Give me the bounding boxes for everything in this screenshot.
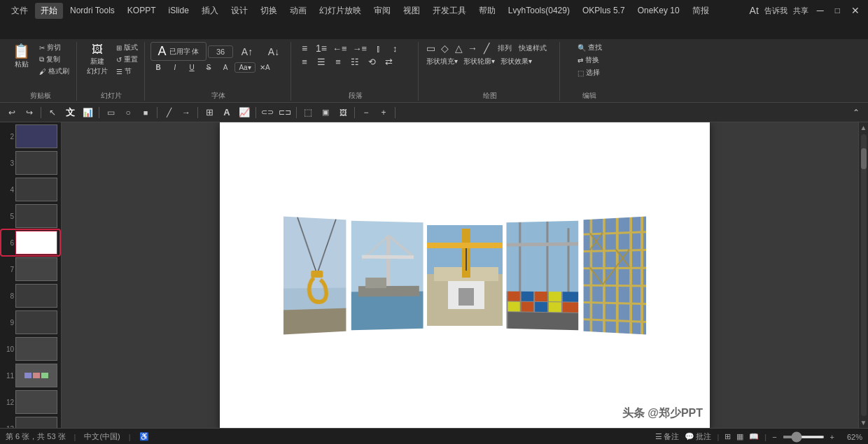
menu-insert[interactable]: 插入 bbox=[196, 3, 224, 19]
slide-item-8[interactable]: 8 bbox=[1, 283, 59, 308]
menu-file[interactable]: 文件 bbox=[6, 3, 34, 19]
used-font-button[interactable]: A 已用字 体 bbox=[150, 42, 206, 61]
view-slide-btn[interactable]: ▦ bbox=[736, 432, 743, 441]
font-size-dropdown[interactable]: Aa▾ bbox=[234, 62, 255, 73]
zoom-in-btn[interactable]: + bbox=[376, 105, 391, 120]
slide-panel[interactable]: 2 3 4 5 6 7 8 9 bbox=[0, 122, 62, 428]
slide-item-11[interactable]: 11 bbox=[1, 363, 59, 388]
menu-koppt[interactable]: KOPPT bbox=[122, 3, 162, 17]
arrow-tool[interactable]: → bbox=[178, 105, 194, 120]
font-size-box[interactable]: 36 bbox=[208, 45, 233, 58]
select-button[interactable]: ⬚ 选择 bbox=[575, 67, 603, 78]
menu-jianbao[interactable]: 简报 bbox=[687, 3, 715, 19]
notes-btn[interactable]: ☰ 备注 bbox=[655, 431, 679, 442]
format-painter-button[interactable]: 🖌格式刷 bbox=[36, 66, 72, 77]
text-tool[interactable]: 文 bbox=[62, 105, 78, 120]
reset-button[interactable]: ↺重置 bbox=[114, 54, 140, 65]
menu-lvyh[interactable]: LvyhTools(0429) bbox=[503, 3, 575, 17]
zoom-level[interactable]: 62% bbox=[840, 433, 862, 441]
menu-help[interactable]: 帮助 bbox=[473, 3, 501, 19]
scroll-thumb[interactable] bbox=[861, 148, 867, 169]
maximize-icon[interactable]: □ bbox=[832, 6, 843, 15]
strikethrough-button[interactable]: S bbox=[201, 63, 216, 72]
view-normal-btn[interactable]: ⊞ bbox=[724, 432, 731, 441]
cut-button[interactable]: ✂剪切 bbox=[36, 42, 72, 53]
menu-devtools[interactable]: 开发工具 bbox=[427, 3, 472, 19]
minimize-icon[interactable]: ─ bbox=[814, 5, 827, 16]
circle-tool[interactable]: ○ bbox=[120, 105, 136, 120]
share-btn[interactable]: 共享 bbox=[793, 6, 808, 16]
screen-tool[interactable]: ▣ bbox=[318, 105, 333, 120]
slide-item-7[interactable]: 7 bbox=[1, 257, 59, 282]
fill-tool[interactable]: ■ bbox=[138, 105, 153, 120]
font-increase-btn[interactable]: A↑ bbox=[234, 44, 260, 59]
arrange-btn[interactable]: 排列 bbox=[494, 43, 515, 54]
menu-animation[interactable]: 动画 bbox=[284, 3, 312, 19]
menu-transition[interactable]: 切换 bbox=[255, 3, 283, 19]
scroll-down-btn[interactable]: ▼ bbox=[859, 417, 868, 428]
fill-btn[interactable]: 形状填充▾ bbox=[424, 56, 460, 67]
copy-button[interactable]: ⧉复制 bbox=[36, 54, 72, 65]
section-button[interactable]: ☰节 bbox=[114, 66, 140, 77]
convert-btn[interactable]: ⇄ bbox=[381, 56, 396, 68]
increase-indent-btn[interactable]: →≡ bbox=[351, 43, 370, 55]
right-scrollbar[interactable]: ▲ ▼ bbox=[858, 122, 868, 428]
find-button[interactable]: 🔍 查找 bbox=[575, 42, 605, 53]
view-reading-btn[interactable]: 📖 bbox=[749, 432, 759, 441]
zoom-out-status-btn[interactable]: − bbox=[772, 433, 776, 441]
font-decrease-btn[interactable]: A↓ bbox=[261, 44, 286, 59]
menu-islide[interactable]: iSlide bbox=[163, 3, 195, 17]
img-tool[interactable]: 🖼 bbox=[335, 105, 351, 120]
new-slide-button[interactable]: 🖼 新建幻灯片 bbox=[83, 42, 112, 78]
slide-item-2[interactable]: 2 bbox=[1, 124, 59, 149]
menu-okplus[interactable]: OKPlus 5.7 bbox=[577, 3, 631, 17]
undo-button[interactable]: ↩ bbox=[4, 105, 20, 120]
numbering-btn[interactable]: 1≡ bbox=[314, 42, 329, 55]
zoom-slider[interactable] bbox=[783, 436, 825, 438]
scroll-up-btn[interactable]: ▲ bbox=[859, 122, 868, 133]
menu-design[interactable]: 设计 bbox=[225, 3, 253, 19]
bullet-btn[interactable]: ≡ bbox=[297, 42, 312, 55]
slide-item-5[interactable]: 5 bbox=[1, 203, 59, 229]
slide-item-9[interactable]: 9 bbox=[1, 310, 59, 335]
line-space-btn[interactable]: ↕ bbox=[387, 43, 402, 55]
connector-tool[interactable]: ⊂⊃ bbox=[260, 105, 275, 120]
chart-tool2[interactable]: 📈 bbox=[237, 105, 252, 120]
underline-button[interactable]: U bbox=[184, 63, 200, 72]
slide-item-6[interactable]: 6 bbox=[1, 230, 59, 255]
table-tool[interactable]: ⊞ bbox=[202, 105, 217, 120]
arrow-btn[interactable]: → bbox=[466, 42, 479, 55]
chart-tool[interactable]: 📊 bbox=[80, 105, 95, 120]
menu-nordri[interactable]: Nordri Tools bbox=[64, 3, 120, 17]
zoom-out-btn[interactable]: − bbox=[358, 105, 374, 120]
menu-review[interactable]: 审阅 bbox=[368, 3, 396, 19]
cursor-tool[interactable]: ↖ bbox=[45, 105, 60, 120]
justify-btn[interactable]: ☷ bbox=[347, 56, 363, 68]
col-btn[interactable]: ⫿ bbox=[370, 43, 386, 55]
align-center-btn[interactable]: ☰ bbox=[314, 56, 329, 68]
quick-style-btn[interactable]: 快速样式 bbox=[517, 43, 549, 54]
slide-item-10[interactable]: 10 bbox=[1, 336, 59, 361]
slide-item-13[interactable]: 13 bbox=[1, 416, 59, 428]
text-dir-btn[interactable]: ⟲ bbox=[364, 56, 379, 68]
slide-item-12[interactable]: 12 bbox=[1, 389, 59, 415]
crop-tool[interactable]: ⬚ bbox=[300, 105, 316, 120]
tell-me[interactable]: 告诉我 bbox=[764, 6, 788, 16]
collapse-ribbon[interactable]: ⌃ bbox=[848, 105, 864, 120]
font-color-button[interactable]: A bbox=[218, 63, 233, 72]
replace-button[interactable]: ⇄ 替换 bbox=[575, 55, 602, 66]
clear-format-button[interactable]: ✕A bbox=[257, 63, 273, 72]
align-right-btn[interactable]: ≡ bbox=[330, 56, 346, 68]
paste-button[interactable]: 📋 粘贴 bbox=[8, 42, 34, 71]
menu-onekey[interactable]: OneKey 10 bbox=[632, 3, 685, 17]
rect-btn[interactable]: ▭ bbox=[424, 42, 437, 55]
zoom-in-status-btn[interactable]: + bbox=[830, 433, 834, 441]
group-tool[interactable]: ⊏⊐ bbox=[277, 105, 293, 120]
layout-button[interactable]: ⊞版式 bbox=[114, 42, 140, 53]
align-left-btn[interactable]: ≡ bbox=[297, 56, 312, 68]
diamond-btn[interactable]: ◇ bbox=[438, 42, 451, 55]
comments-btn[interactable]: 💬 批注 bbox=[685, 431, 711, 442]
redo-button[interactable]: ↪ bbox=[22, 105, 37, 120]
line-btn[interactable]: ╱ bbox=[480, 42, 493, 55]
shapes-tool[interactable]: ▭ bbox=[103, 105, 118, 120]
